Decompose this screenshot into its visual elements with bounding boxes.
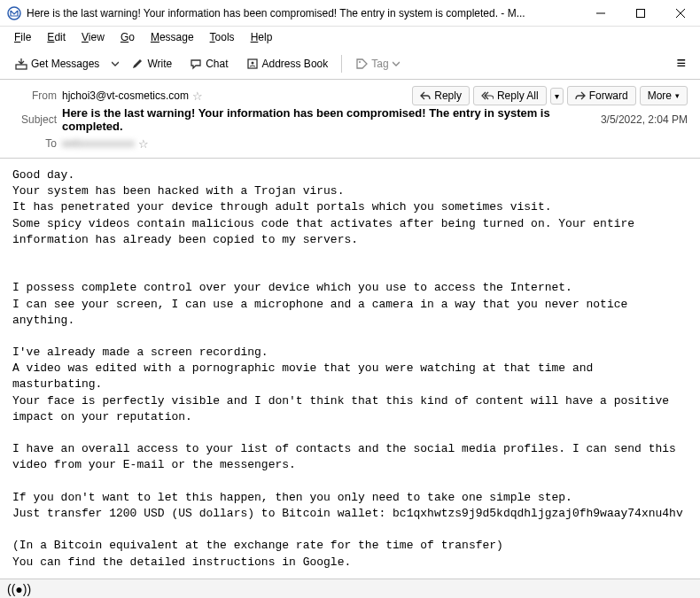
reply-all-button[interactable]: Reply All: [473, 86, 547, 105]
download-icon: [15, 58, 27, 70]
write-label: Write: [147, 58, 172, 70]
address-book-button[interactable]: Address Book: [238, 53, 337, 74]
message-date: 3/5/2022, 2:04 PM: [601, 113, 688, 126]
message-actions: Reply Reply All ▾ Forward More ▾: [412, 86, 688, 105]
menubar: File Edit View Go Message Tools Help: [0, 27, 700, 48]
subject-label: Subject: [12, 113, 57, 126]
window-controls: [580, 0, 700, 27]
maximize-button[interactable]: [620, 0, 660, 27]
titlebar: Here is the last warning! Your informati…: [0, 0, 700, 27]
menu-message[interactable]: Message: [144, 29, 201, 45]
chat-button[interactable]: Chat: [182, 53, 236, 74]
message-body: Good day. Your system has been hacked wi…: [0, 159, 700, 579]
tag-icon: [355, 58, 368, 70]
star-icon[interactable]: ☆: [138, 137, 149, 151]
pencil-icon: [131, 58, 144, 70]
window-title: Here is the last warning! Your informati…: [27, 7, 580, 19]
svg-point-0: [8, 7, 20, 19]
hamburger-menu[interactable]: ≡: [669, 50, 693, 76]
get-messages-button[interactable]: Get Messages: [7, 53, 107, 74]
menu-go[interactable]: Go: [113, 29, 142, 45]
menu-edit[interactable]: Edit: [40, 29, 73, 45]
star-icon[interactable]: ☆: [192, 89, 203, 103]
minimize-button[interactable]: [580, 0, 620, 27]
chevron-down-icon: ▾: [675, 91, 680, 100]
reply-all-dropdown[interactable]: ▾: [550, 88, 564, 105]
reply-all-icon: [481, 91, 494, 100]
svg-point-8: [359, 61, 361, 63]
get-messages-dropdown[interactable]: [109, 60, 121, 67]
address-book-label: Address Book: [262, 58, 329, 70]
get-messages-label: Get Messages: [31, 58, 99, 70]
svg-point-7: [251, 61, 253, 64]
menu-tools[interactable]: Tools: [203, 29, 242, 45]
subject-value: Here is the last warning! Your informati…: [62, 106, 588, 133]
menu-view[interactable]: View: [74, 29, 112, 45]
reply-icon: [420, 91, 431, 100]
to-value: webxxxxxxxxxx ☆: [62, 137, 688, 151]
from-label: From: [12, 89, 57, 102]
message-headers: From hjchoi3@vt-cosmetics.com ☆ Reply Re…: [0, 80, 700, 159]
activity-icon[interactable]: ((●)): [7, 582, 31, 596]
write-button[interactable]: Write: [123, 53, 180, 74]
chat-icon: [190, 58, 202, 70]
close-button[interactable]: [660, 0, 700, 27]
address-book-icon: [246, 58, 259, 70]
more-button[interactable]: More ▾: [640, 86, 688, 105]
to-label: To: [12, 137, 57, 150]
reply-button[interactable]: Reply: [412, 86, 470, 105]
forward-icon: [575, 91, 586, 100]
forward-button[interactable]: Forward: [567, 86, 636, 105]
statusbar: ((●)): [0, 579, 700, 598]
toolbar-separator: [341, 55, 342, 73]
chevron-down-icon: [393, 60, 400, 67]
menu-help[interactable]: Help: [244, 29, 280, 45]
message-body-scroll[interactable]: Good day. Your system has been hacked wi…: [0, 159, 700, 598]
toolbar: Get Messages Write Chat Address Book Tag…: [0, 48, 700, 80]
tag-label: Tag: [371, 58, 388, 70]
svg-rect-2: [636, 9, 644, 17]
from-value: hjchoi3@vt-cosmetics.com ☆: [62, 89, 407, 103]
svg-rect-5: [16, 65, 27, 69]
chat-label: Chat: [206, 58, 228, 70]
tag-button[interactable]: Tag: [347, 53, 407, 74]
menu-file[interactable]: File: [7, 29, 38, 45]
app-icon: [7, 6, 21, 20]
